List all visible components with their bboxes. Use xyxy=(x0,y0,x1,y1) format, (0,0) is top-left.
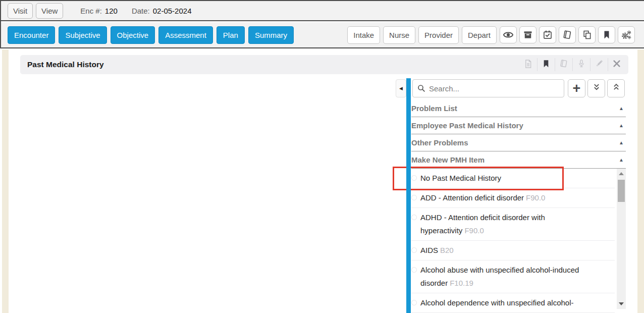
add-item-button[interactable]: + xyxy=(568,79,585,97)
close-section-button[interactable] xyxy=(608,58,625,71)
section-book-button[interactable] xyxy=(555,58,572,71)
list-item-aids[interactable]: AIDSB20 xyxy=(411,241,615,260)
search-input[interactable] xyxy=(412,79,564,97)
radio-circle-icon xyxy=(411,175,417,181)
caret-up-icon: ▲ xyxy=(619,140,626,145)
settings-button[interactable] xyxy=(618,26,635,43)
document-icon xyxy=(523,59,533,71)
tab-assessment[interactable]: Assessment xyxy=(158,26,213,44)
scrollbar-down-arrow[interactable] xyxy=(619,302,624,305)
item-label: AIDS xyxy=(420,246,438,254)
item-code: F10.19 xyxy=(450,279,473,287)
tab-bar: Encounter Subjective Objective Assessmen… xyxy=(1,22,644,48)
bookmark-icon xyxy=(602,30,611,39)
content-area: Past Medical History xyxy=(0,48,644,313)
group-problem-list[interactable]: Problem List ▲ xyxy=(411,100,626,117)
list-item-alcohol-abuse[interactable]: Alcohol abuse with unspecified alcohol-i… xyxy=(411,260,615,293)
section-toolbar xyxy=(519,58,628,71)
encounter-number-value: 120 xyxy=(105,7,118,15)
book-icon xyxy=(562,30,572,40)
visit-button[interactable]: Visit xyxy=(8,3,33,19)
expand-all-icon xyxy=(592,82,602,94)
item-code: F90.0 xyxy=(464,226,484,235)
group-make-new-pmh-item[interactable]: Make New PMH Item ▲ xyxy=(411,151,626,169)
archive-icon xyxy=(523,30,533,40)
bookmark-button[interactable] xyxy=(598,26,615,43)
radio-circle-icon xyxy=(411,215,417,220)
gears-icon xyxy=(621,29,632,40)
group-label: Other Problems xyxy=(411,138,468,147)
section-header: Past Medical History xyxy=(20,55,628,74)
close-icon xyxy=(613,60,621,70)
search-box xyxy=(412,79,564,97)
calendar-check-button[interactable] xyxy=(539,26,556,43)
item-label: Alcohol abuse with unspecified alcohol-i… xyxy=(420,266,579,287)
group-employee-pmh[interactable]: Employee Past Medical History ▲ xyxy=(411,117,626,134)
book-icon xyxy=(559,59,568,70)
microphone-icon xyxy=(577,59,586,70)
window-chrome: Visit View Enc #: 120 Date: 02-05-2024 E… xyxy=(0,0,644,48)
picker-groups: Problem List ▲ Employee Past Medical His… xyxy=(411,100,626,169)
book-button[interactable] xyxy=(559,26,576,43)
tab-plan[interactable]: Plan xyxy=(217,26,245,44)
group-other-problems[interactable]: Other Problems ▲ xyxy=(411,134,626,151)
tab-subjective[interactable]: Subjective xyxy=(59,26,106,44)
depart-button[interactable]: Depart xyxy=(462,26,497,44)
view-button[interactable]: View xyxy=(36,3,63,19)
panel-collapse-handle[interactable]: ◀ xyxy=(396,79,406,97)
caret-up-icon: ▲ xyxy=(619,106,626,111)
item-label: Alcohol dependence with unspecified alco… xyxy=(420,298,574,307)
chevron-left-icon: ◀ xyxy=(399,86,403,91)
pencil-icon xyxy=(595,59,604,70)
list-item-alcohol-dependence[interactable]: Alcohol dependence with unspecified alco… xyxy=(411,293,615,313)
item-code: B20 xyxy=(440,246,454,254)
collapse-all-icon xyxy=(611,82,621,94)
collapse-all-button[interactable] xyxy=(607,79,625,97)
panel-accent-bar xyxy=(406,78,411,313)
page-edge-right xyxy=(637,49,644,313)
tab-objective[interactable]: Objective xyxy=(111,26,155,44)
nurse-button[interactable]: Nurse xyxy=(383,26,415,44)
caret-up-icon: ▲ xyxy=(619,123,626,128)
note-document-button[interactable] xyxy=(519,58,537,71)
pmh-item-list: No Past Medical History ADD - Attention … xyxy=(411,169,615,313)
eye-button[interactable] xyxy=(500,26,517,43)
item-code: F90.0 xyxy=(526,193,545,202)
tab-encounter[interactable]: Encounter xyxy=(8,26,55,44)
group-label: Make New PMH Item xyxy=(411,155,485,164)
list-scrollbar[interactable] xyxy=(617,169,626,309)
copy-button[interactable] xyxy=(578,26,596,43)
calendar-check-icon xyxy=(543,30,553,40)
provider-button[interactable]: Provider xyxy=(418,26,459,44)
radio-circle-icon xyxy=(411,195,417,200)
list-item-add[interactable]: ADD - Attention deficit disorderF90.0 xyxy=(411,188,615,208)
scrollbar-up-arrow[interactable] xyxy=(619,172,624,175)
list-item-adhd[interactable]: ADHD - Attention deficit disorder with h… xyxy=(411,208,615,241)
eye-icon xyxy=(503,29,514,40)
intake-button[interactable]: Intake xyxy=(347,26,380,44)
radio-circle-icon xyxy=(411,300,417,305)
page-edge-left xyxy=(2,49,9,313)
edit-button[interactable] xyxy=(590,58,608,71)
caret-up-icon: ▲ xyxy=(619,157,626,163)
section-bookmark-button[interactable] xyxy=(537,58,555,71)
encounter-number-label: Enc #: xyxy=(80,7,102,15)
item-label: No Past Medical History xyxy=(420,174,501,182)
group-label: Employee Past Medical History xyxy=(411,121,523,130)
date-label: Date: xyxy=(132,7,150,15)
radio-circle-icon xyxy=(411,267,417,273)
top-bar: Visit View Enc #: 120 Date: 02-05-2024 xyxy=(1,1,644,21)
radio-circle-icon xyxy=(411,247,417,253)
copy-icon xyxy=(582,30,592,40)
page-title: Past Medical History xyxy=(20,60,104,69)
list-item-no-past-medical-history[interactable]: No Past Medical History xyxy=(411,169,615,188)
scrollbar-thumb[interactable] xyxy=(618,180,625,202)
expand-all-button[interactable] xyxy=(587,79,605,97)
item-label: ADD - Attention deficit disorder xyxy=(420,193,524,202)
group-label: Problem List xyxy=(411,104,457,113)
date-value: 02-05-2024 xyxy=(153,7,192,15)
tab-summary[interactable]: Summary xyxy=(248,26,294,44)
archive-button[interactable] xyxy=(519,26,536,43)
dictation-button[interactable] xyxy=(572,58,590,71)
bookmark-icon xyxy=(542,60,550,70)
